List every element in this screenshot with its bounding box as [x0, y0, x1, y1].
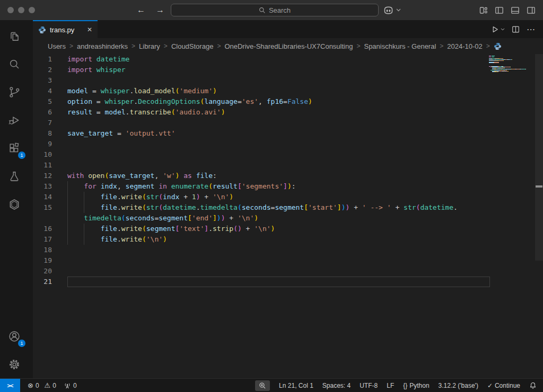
code-line[interactable]: 11 — [33, 160, 490, 171]
code-line[interactable]: 7 — [33, 118, 490, 128]
accounts-button[interactable]: 1 — [2, 322, 27, 350]
sidebar-item-explorer[interactable] — [2, 22, 27, 50]
code-line[interactable]: 16 file.write(segment['text'].strip() + … — [33, 224, 490, 234]
line-content[interactable]: file.write(segment['text'].strip() + '\n… — [67, 224, 490, 234]
sidebar-item-hexagon-extension[interactable] — [2, 190, 27, 218]
indentation-indicator[interactable]: Spaces: 4 — [322, 382, 351, 389]
maximize-window-button[interactable] — [29, 7, 35, 13]
line-number[interactable]: 13 — [33, 181, 52, 192]
eol-indicator[interactable]: LF — [387, 382, 394, 389]
line-content[interactable]: option = whisper.DecodingOptions(languag… — [67, 96, 490, 107]
line-number[interactable]: 19 — [33, 255, 52, 266]
more-actions-icon[interactable]: ⋯ — [527, 24, 536, 34]
code-line[interactable]: 5option = whisper.DecodingOptions(langua… — [33, 96, 490, 107]
notifications-button[interactable] — [529, 382, 537, 389]
line-content[interactable]: with open(save_target, 'w') as file: — [67, 171, 490, 181]
line-content[interactable] — [67, 255, 490, 266]
code-line[interactable]: timedelta(seconds=segment['end'])) + '\n… — [33, 213, 490, 224]
tab-trans-py[interactable]: trans.py ✕ — [33, 20, 98, 38]
breadcrumb-item[interactable]: CloudStorage — [171, 42, 214, 50]
code-line[interactable]: 17 file.write('\n') — [33, 234, 490, 245]
editor[interactable]: 1import datetime2import whisper34model =… — [33, 54, 543, 378]
line-number[interactable]: 17 — [33, 234, 52, 245]
code-line[interactable]: 6result = model.transcribe('audio.avi') — [33, 107, 490, 118]
line-content[interactable]: import whisper — [67, 65, 490, 75]
run-python-file-button[interactable] — [491, 25, 505, 33]
code-line[interactable]: 8save_target = 'output.vtt' — [33, 128, 490, 139]
line-number[interactable]: 18 — [33, 245, 52, 255]
code-line[interactable]: 12with open(save_target, 'w') as file: — [33, 171, 490, 181]
line-number[interactable]: 12 — [33, 171, 52, 181]
line-content[interactable] — [67, 160, 490, 171]
code-line[interactable]: 21 — [33, 277, 490, 287]
code-line[interactable]: 13 for indx, segment in enumerate(result… — [33, 181, 490, 192]
line-content[interactable]: model = whisper.load_model('medium') — [67, 86, 490, 96]
line-number[interactable]: 5 — [33, 96, 52, 107]
overview-ruler[interactable] — [535, 54, 543, 261]
breadcrumb-item[interactable]: andreashinderks — [77, 42, 128, 50]
go-forward-icon[interactable]: → — [156, 5, 164, 15]
ports-indicator[interactable]: 0 — [64, 382, 77, 389]
breadcrumb-item[interactable]: OneDrive-SharedLibraries-UX7Consulting — [224, 42, 353, 50]
line-number[interactable] — [33, 213, 52, 224]
line-content[interactable]: result = model.transcribe('audio.avi') — [67, 107, 490, 118]
line-content[interactable]: import datetime — [67, 54, 490, 65]
code-line[interactable]: 10 — [33, 149, 490, 160]
line-content[interactable]: file.write(str(indx + 1) + '\n') — [67, 192, 490, 202]
code-line[interactable]: 3 — [33, 75, 490, 86]
settings-button[interactable] — [2, 350, 27, 378]
line-content[interactable] — [67, 277, 490, 287]
line-number[interactable]: 9 — [33, 139, 52, 149]
command-center-search[interactable]: Search — [171, 4, 379, 16]
line-number[interactable]: 4 — [33, 86, 52, 96]
problems-indicator[interactable]: ⊗ 0 ⚠ 0 — [28, 382, 56, 389]
line-number[interactable]: 10 — [33, 149, 52, 160]
encoding-indicator[interactable]: UTF-8 — [360, 382, 378, 389]
line-content[interactable]: for indx, segment in enumerate(result['s… — [67, 181, 490, 192]
zoom-indicator[interactable] — [255, 380, 270, 391]
toggle-secondary-sidebar-icon[interactable] — [527, 6, 536, 15]
code-line[interactable]: 9 — [33, 139, 490, 149]
line-number[interactable]: 11 — [33, 160, 52, 171]
code-line[interactable]: 14 file.write(str(indx + 1) + '\n') — [33, 192, 490, 202]
continue-extension[interactable]: ✓ Continue — [487, 382, 520, 389]
line-number[interactable]: 16 — [33, 224, 52, 234]
code-line[interactable]: 18 — [33, 245, 490, 255]
line-number[interactable]: 1 — [33, 54, 52, 65]
toggle-primary-sidebar-icon[interactable] — [495, 6, 504, 15]
breadcrumb-item[interactable]: Spanischkurs - General — [364, 42, 436, 50]
breadcrumb-item[interactable]: 2024-10-02 — [447, 42, 483, 50]
line-number[interactable]: 7 — [33, 118, 52, 128]
line-content[interactable]: file.write(str(datetime.timedelta(second… — [67, 202, 490, 213]
line-content[interactable] — [67, 75, 490, 86]
code-line[interactable]: 20 — [33, 266, 490, 277]
line-content[interactable] — [67, 245, 490, 255]
code-line[interactable]: 2import whisper — [33, 65, 490, 75]
sidebar-item-run-debug[interactable] — [2, 106, 27, 134]
language-mode[interactable]: {} Python — [403, 382, 429, 389]
breadcrumb-item[interactable]: Library — [139, 42, 160, 50]
cursor-position[interactable]: Ln 21, Col 1 — [279, 382, 313, 389]
minimap[interactable] — [489, 56, 528, 76]
close-tab-icon[interactable]: ✕ — [87, 26, 92, 33]
line-content[interactable]: file.write('\n') — [67, 234, 490, 245]
line-number[interactable]: 21 — [33, 277, 52, 287]
code-line[interactable]: 15 file.write(str(datetime.timedelta(sec… — [33, 202, 490, 213]
line-content[interactable] — [67, 266, 490, 277]
close-window-button[interactable] — [7, 7, 14, 13]
copilot-menu[interactable] — [383, 4, 401, 16]
sidebar-item-extensions[interactable]: 1 — [2, 134, 27, 162]
code-area[interactable]: 1import datetime2import whisper34model =… — [33, 54, 490, 287]
chevron-down-icon[interactable] — [501, 28, 505, 31]
line-number[interactable]: 2 — [33, 65, 52, 75]
code-line[interactable]: 4model = whisper.load_model('medium') — [33, 86, 490, 96]
line-number[interactable]: 15 — [33, 202, 52, 213]
line-number[interactable]: 6 — [33, 107, 52, 118]
remote-indicator[interactable]: >< — [0, 379, 20, 392]
line-content[interactable] — [67, 139, 490, 149]
line-number[interactable]: 14 — [33, 192, 52, 202]
code-line[interactable]: 19 — [33, 255, 490, 266]
minimize-window-button[interactable] — [18, 7, 24, 13]
code-line[interactable]: 1import datetime — [33, 54, 490, 65]
line-number[interactable]: 3 — [33, 75, 52, 86]
